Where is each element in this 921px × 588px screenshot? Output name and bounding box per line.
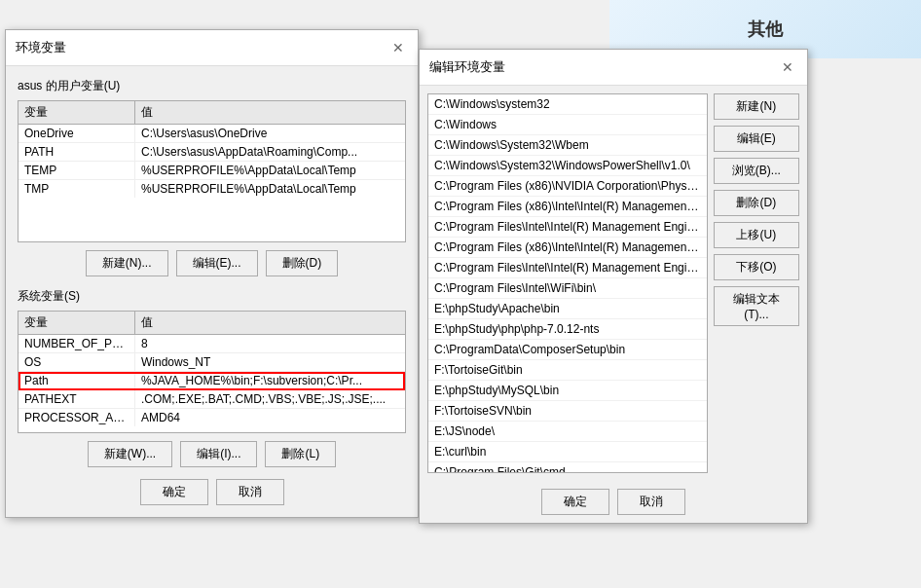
user-col-val: 值 bbox=[135, 101, 405, 124]
path-item[interactable]: E:\phpStudy\MySQL\bin bbox=[428, 381, 707, 401]
path-item[interactable]: E:\phpStudy\php\php-7.0.12-nts bbox=[428, 319, 707, 340]
user-var-cell: TEMP bbox=[18, 162, 135, 179]
sys-val-cell: 8 bbox=[135, 335, 405, 352]
sys-delete-button[interactable]: 删除(L) bbox=[265, 441, 336, 467]
bg-title: 其他 bbox=[748, 18, 783, 41]
user-var-cell: OneDrive bbox=[18, 125, 135, 142]
edit-browse-button[interactable]: 浏览(B)... bbox=[714, 158, 799, 184]
edit-delete-button[interactable]: 删除(D) bbox=[714, 190, 799, 216]
sys-table-row[interactable]: PROCESSOR_AR...AMD64 bbox=[18, 409, 405, 426]
sys-col-val: 值 bbox=[135, 312, 405, 334]
sys-val-cell: AMD64 bbox=[135, 409, 405, 426]
path-item[interactable]: C:\Windows bbox=[428, 115, 707, 135]
sys-var-cell: NUMBER_OF_PR... bbox=[18, 335, 135, 352]
path-list-container[interactable]: C:\Windows\system32C:\WindowsC:\Windows\… bbox=[427, 93, 708, 473]
edit-dialog: 编辑环境变量 ✕ C:\Windows\system32C:\WindowsC:… bbox=[419, 49, 808, 524]
user-section-label: asus 的用户变量(U) bbox=[18, 78, 406, 94]
user-new-button[interactable]: 新建(N)... bbox=[86, 250, 168, 276]
sys-var-cell: PATHEXT bbox=[18, 390, 135, 408]
user-col-var: 变量 bbox=[18, 101, 135, 124]
sys-edit-button[interactable]: 编辑(I)... bbox=[180, 441, 257, 467]
env-dialog-close-button[interactable]: ✕ bbox=[388, 38, 408, 57]
user-val-cell: C:\Users\asus\OneDrive bbox=[135, 125, 405, 142]
user-var-table: 变量 值 OneDriveC:\Users\asus\OneDrivePATHC… bbox=[18, 100, 406, 242]
user-btn-row: 新建(N)... 编辑(E)... 删除(D) bbox=[18, 250, 406, 276]
user-val-cell: %USERPROFILE%\AppData\Local\Temp bbox=[135, 180, 405, 198]
env-dialog-title: 环境变量 bbox=[16, 39, 66, 56]
sys-table-header: 变量 值 bbox=[18, 312, 405, 335]
path-item[interactable]: F:\TortoiseGit\bin bbox=[428, 360, 707, 381]
sys-section-label: 系统变量(S) bbox=[18, 288, 406, 305]
path-item[interactable]: C:\Windows\System32\Wbem bbox=[428, 135, 707, 156]
user-table-row[interactable]: PATHC:\Users\asus\AppData\Roaming\Comp..… bbox=[18, 143, 405, 162]
sys-table-row[interactable]: PATHEXT.COM;.EXE;.BAT;.CMD;.VBS;.VBE;.JS… bbox=[18, 390, 405, 409]
sys-col-var: 变量 bbox=[18, 312, 135, 334]
env-cancel-button[interactable]: 取消 bbox=[216, 479, 284, 505]
edit-bottom-btns: 确定 取消 bbox=[420, 481, 807, 523]
sys-table-row[interactable]: Path%JAVA_HOME%\bin;F:\subversion;C:\Pr.… bbox=[18, 372, 405, 390]
edit-text-button[interactable]: 编辑文本(T)... bbox=[714, 286, 799, 326]
sys-btn-row: 新建(W)... 编辑(I)... 删除(L) bbox=[18, 441, 406, 467]
env-ok-button[interactable]: 确定 bbox=[140, 479, 208, 505]
path-item[interactable]: E:\curl\bin bbox=[428, 442, 707, 462]
env-dialog-bottom-btn-row: 确定 取消 bbox=[18, 479, 406, 505]
sys-val-cell: Windows_NT bbox=[135, 353, 405, 371]
user-table-header: 变量 值 bbox=[18, 101, 405, 125]
user-table-row[interactable]: TEMP%USERPROFILE%\AppData\Local\Temp bbox=[18, 162, 405, 180]
edit-down-button[interactable]: 下移(O) bbox=[714, 254, 799, 280]
sys-table-row[interactable]: NUMBER_OF_PR...8 bbox=[18, 335, 405, 353]
env-dialog-content: asus 的用户变量(U) 变量 值 OneDriveC:\Users\asus… bbox=[6, 66, 418, 517]
user-delete-button[interactable]: 删除(D) bbox=[266, 250, 339, 276]
user-var-cell: PATH bbox=[18, 143, 135, 161]
env-dialog-titlebar: 环境变量 ✕ bbox=[6, 30, 418, 66]
edit-up-button[interactable]: 上移(U) bbox=[714, 222, 799, 248]
user-table-row[interactable]: TMP%USERPROFILE%\AppData\Local\Temp bbox=[18, 180, 405, 198]
sys-var-table: 变量 值 NUMBER_OF_PR...8OSWindows_NTPath%JA… bbox=[18, 311, 406, 433]
path-item[interactable]: E:\phpStudy\Apache\bin bbox=[428, 299, 707, 319]
path-item[interactable]: C:\ProgramData\ComposerSetup\bin bbox=[428, 340, 707, 360]
sys-val-cell: .COM;.EXE;.BAT;.CMD;.VBS;.VBE;.JS;.JSE;.… bbox=[135, 390, 405, 408]
side-buttons-panel: 新建(N) 编辑(E) 浏览(B)... 删除(D) 上移(U) 下移(O) 编… bbox=[708, 86, 807, 481]
path-item[interactable]: C:\Program Files\Intel\Intel(R) Manageme… bbox=[428, 217, 707, 238]
edit-cancel-button[interactable]: 取消 bbox=[617, 489, 685, 515]
user-table-row[interactable]: OneDriveC:\Users\asus\OneDrive bbox=[18, 125, 405, 143]
user-var-cell: TMP bbox=[18, 180, 135, 198]
path-item[interactable]: C:\Windows\System32\WindowsPowerShell\v1… bbox=[428, 156, 707, 176]
sys-table-row[interactable]: OSWindows_NT bbox=[18, 353, 405, 372]
edit-ok-button[interactable]: 确定 bbox=[541, 489, 609, 515]
sys-table-body[interactable]: NUMBER_OF_PR...8OSWindows_NTPath%JAVA_HO… bbox=[18, 335, 405, 432]
path-item[interactable]: F:\TortoiseSVN\bin bbox=[428, 401, 707, 422]
edit-new-button[interactable]: 新建(N) bbox=[714, 93, 799, 120]
path-item[interactable]: C:\Program Files\Intel\WiFi\bin\ bbox=[428, 278, 707, 299]
sys-var-cell: Path bbox=[18, 372, 135, 389]
path-item[interactable]: C:\Program Files\Intel\Intel(R) Manageme… bbox=[428, 258, 707, 278]
edit-dialog-close-button[interactable]: ✕ bbox=[778, 57, 797, 77]
user-edit-button[interactable]: 编辑(E)... bbox=[176, 250, 258, 276]
path-item[interactable]: E:\JS\node\ bbox=[428, 422, 707, 442]
path-item[interactable]: C:\Program Files\Git\cmd bbox=[428, 462, 707, 473]
sys-val-cell: %JAVA_HOME%\bin;F:\subversion;C:\Pr... bbox=[135, 372, 405, 389]
edit-dialog-titlebar: 编辑环境变量 ✕ bbox=[420, 50, 807, 86]
user-table-body[interactable]: OneDriveC:\Users\asus\OneDrivePATHC:\Use… bbox=[18, 125, 405, 241]
path-item[interactable]: C:\Program Files (x86)\NVIDIA Corporatio… bbox=[428, 176, 707, 197]
sys-var-cell: PROCESSOR_AR... bbox=[18, 409, 135, 426]
env-dialog: 环境变量 ✕ asus 的用户变量(U) 变量 值 OneDriveC:\Use… bbox=[5, 29, 419, 518]
path-item[interactable]: C:\Program Files (x86)\Intel\Intel(R) Ma… bbox=[428, 197, 707, 217]
edit-edit-button[interactable]: 编辑(E) bbox=[714, 126, 799, 152]
path-list: C:\Windows\system32C:\WindowsC:\Windows\… bbox=[428, 94, 707, 473]
path-item[interactable]: C:\Windows\system32 bbox=[428, 94, 707, 115]
sys-new-button[interactable]: 新建(W)... bbox=[88, 441, 172, 467]
user-val-cell: C:\Users\asus\AppData\Roaming\Comp... bbox=[135, 143, 405, 161]
user-val-cell: %USERPROFILE%\AppData\Local\Temp bbox=[135, 162, 405, 179]
path-item[interactable]: C:\Program Files (x86)\Intel\Intel(R) Ma… bbox=[428, 238, 707, 258]
edit-dialog-title: 编辑环境变量 bbox=[429, 58, 505, 76]
sys-var-cell: OS bbox=[18, 353, 135, 371]
